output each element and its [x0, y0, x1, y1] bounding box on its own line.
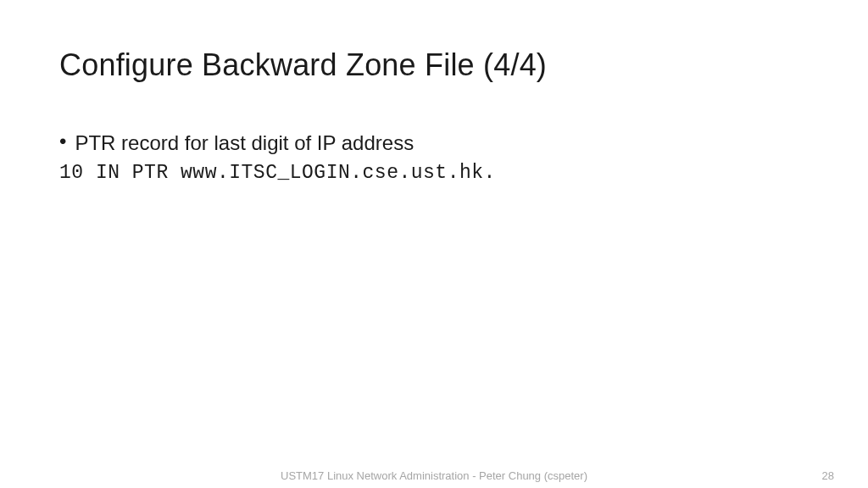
bullet-text: PTR record for last digit of IP address	[75, 131, 414, 155]
page-number: 28	[822, 469, 834, 482]
slide-content: • PTR record for last digit of IP addres…	[59, 131, 809, 184]
code-line: 10 IN PTR www.ITSC_LOGIN.cse.ust.hk.	[59, 162, 809, 184]
bullet-item: • PTR record for last digit of IP addres…	[59, 131, 809, 155]
footer-text: USTM17 Linux Network Administration - Pe…	[281, 469, 587, 482]
bullet-marker: •	[59, 131, 66, 152]
slide-title: Configure Backward Zone File (4/4)	[59, 47, 547, 83]
